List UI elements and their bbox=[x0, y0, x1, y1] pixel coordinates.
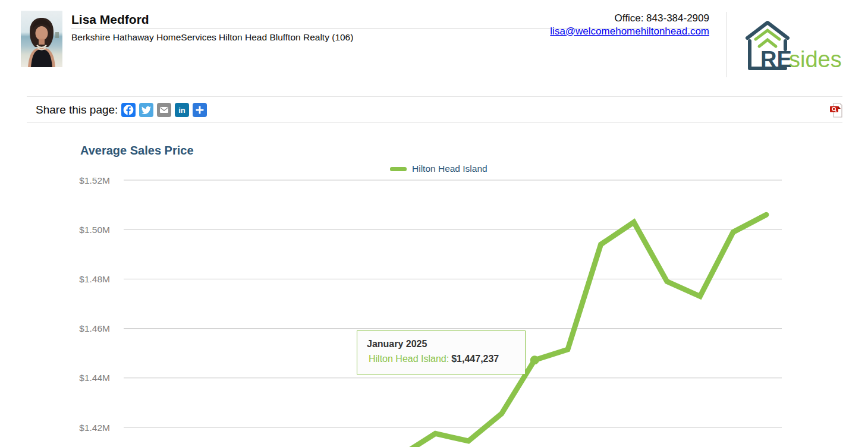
share-label: Share this page: bbox=[36, 103, 118, 117]
resides-logo: RE sides bbox=[745, 20, 855, 72]
y-axis-tick-label: $1.46M bbox=[79, 323, 110, 333]
legend-label: Hilton Head Island bbox=[412, 163, 488, 174]
logo-text-sides: sides bbox=[789, 47, 842, 72]
legend-item-hilton-head-island[interactable]: Hilton Head Island bbox=[390, 163, 488, 174]
agent-photo bbox=[21, 11, 62, 67]
tooltip-row: Hilton Head Island:$1,447,237 bbox=[369, 354, 525, 364]
price-chart-svg[interactable]: $1.52M$1.50M$1.48M$1.46M$1.44M$1.42M bbox=[0, 137, 868, 447]
tooltip-value: $1,447,237 bbox=[451, 354, 499, 364]
email-share-icon[interactable] bbox=[157, 103, 171, 117]
add-share-icon[interactable] bbox=[193, 103, 207, 117]
logo-chevron-2 bbox=[759, 40, 776, 46]
y-axis-tick-label: $1.44M bbox=[79, 373, 110, 383]
share-icons: in bbox=[121, 103, 207, 117]
market-report-page: Lisa Medford Berkshire Hathaway HomeServ… bbox=[0, 0, 868, 447]
y-axis-tick-label: $1.48M bbox=[79, 274, 110, 284]
y-axis-tick-label: $1.42M bbox=[79, 423, 110, 433]
pdf-export-icon[interactable] bbox=[829, 102, 844, 118]
svg-text:in: in bbox=[179, 106, 186, 115]
twitter-share-icon[interactable] bbox=[139, 103, 153, 117]
agent-contact: Office: 843-384-2909 lisa@welcomehomehil… bbox=[550, 12, 709, 38]
highlight-point-marker[interactable] bbox=[530, 355, 539, 364]
share-bar: Share this page: in bbox=[27, 96, 842, 123]
linkedin-share-icon[interactable]: in bbox=[175, 103, 189, 117]
logo-text-re: RE bbox=[760, 47, 792, 72]
chart-tooltip: January 2025 Hilton Head Island:$1,447,2… bbox=[357, 330, 526, 374]
header-vertical-divider bbox=[727, 12, 727, 77]
tooltip-month: January 2025 bbox=[367, 339, 525, 350]
y-axis-tick-label: $1.50M bbox=[79, 225, 110, 235]
logo-chevron-1 bbox=[756, 30, 779, 39]
chart-title: Average Sales Price bbox=[80, 144, 194, 158]
average-sales-price-chart[interactable]: $1.52M$1.50M$1.48M$1.46M$1.44M$1.42M Ave… bbox=[0, 137, 868, 447]
office-phone: Office: 843-384-2909 bbox=[550, 12, 709, 25]
legend-line-swatch bbox=[390, 167, 407, 171]
y-axis-tick-label: $1.52M bbox=[79, 175, 110, 185]
tooltip-series-label: Hilton Head Island: bbox=[369, 354, 449, 364]
facebook-share-icon[interactable] bbox=[121, 103, 136, 117]
agent-email-link[interactable]: lisa@welcomehomehiltonhead.com bbox=[550, 26, 709, 37]
